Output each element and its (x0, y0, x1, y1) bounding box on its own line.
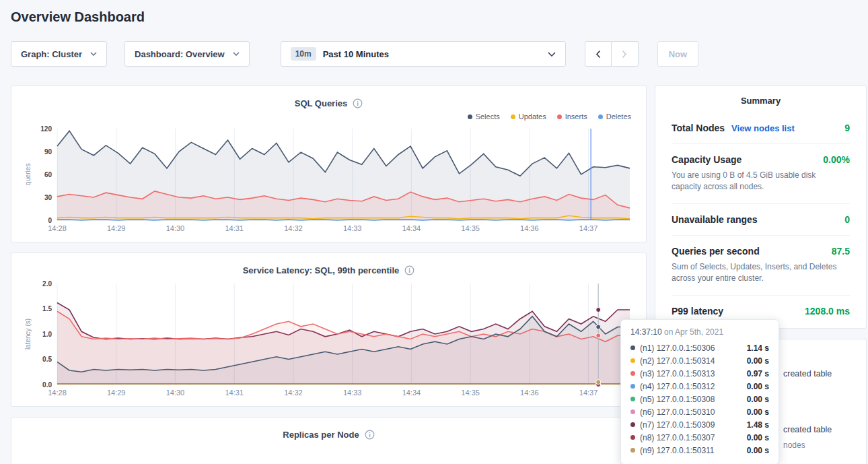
tooltip-node-label: (n1) 127.0.0.1:50306 (640, 343, 715, 353)
legend-item-deletes[interactable]: Deletes (598, 111, 631, 122)
tooltip-node-value: 0.97 s (747, 369, 769, 378)
summary-value: 9 (844, 123, 850, 133)
summary-row: Total NodesView nodes list9 (672, 112, 850, 144)
summary-row: Unavailable ranges0 (672, 204, 850, 236)
service-latency-panel: Service Latency: SQL, 99th percentile i … (11, 253, 647, 407)
time-next-button[interactable] (612, 41, 639, 67)
time-range-label: Past 10 Minutes (323, 49, 541, 59)
time-range-badge: 10m (291, 47, 316, 61)
svg-text:14:30: 14:30 (166, 224, 185, 232)
series-dot (630, 358, 635, 363)
legend-item-selects[interactable]: Selects (468, 111, 500, 122)
series-dot (630, 448, 635, 453)
tooltip-row: (n3) 127.0.0.1:503130.97 s (630, 367, 769, 380)
svg-text:2.0: 2.0 (42, 280, 52, 288)
svg-text:0: 0 (48, 217, 52, 224)
legend-label: Deletes (606, 112, 631, 121)
tooltip-node-value: 0.00 s (747, 382, 769, 391)
summary-label: P99 latency (672, 306, 723, 317)
legend-dot (598, 114, 603, 119)
svg-text:14:35: 14:35 (461, 224, 480, 232)
graph-selector-dropdown[interactable]: Graph: Cluster (11, 41, 107, 67)
tooltip-node-value: 0.00 s (747, 356, 769, 366)
legend-dot (511, 114, 515, 119)
svg-text:14:32: 14:32 (284, 224, 303, 232)
tooltip-node-label: (n3) 127.0.0.1:50313 (640, 369, 715, 378)
view-nodes-link[interactable]: View nodes list (731, 123, 795, 133)
info-icon[interactable]: i (365, 430, 375, 440)
series-dot (630, 345, 635, 350)
tooltip-row: (n2) 127.0.0.1:503140.00 s (630, 354, 769, 367)
svg-text:14:28: 14:28 (48, 389, 67, 397)
page: Overview Dashboard Graph: Cluster Dashbo… (0, 0, 868, 464)
series-dot (630, 384, 635, 389)
summary-label: Capacity Usage (672, 154, 742, 165)
summary-label: Queries per second (672, 246, 760, 257)
svg-text:i: i (409, 267, 411, 274)
graph-selector-label: Graph: Cluster (21, 49, 82, 59)
chart-hover-tooltip: 14:37:10 on Apr 5th, 2021 (n1) 127.0.0.1… (620, 319, 779, 464)
time-nav-group (585, 41, 639, 67)
tooltip-row: (n7) 127.0.0.1:503091.48 s (630, 418, 769, 431)
svg-text:1.5: 1.5 (42, 305, 52, 312)
svg-text:i: i (357, 100, 359, 107)
tooltip-row: (n4) 127.0.0.1:503120.00 s (630, 380, 769, 393)
page-title: Overview Dashboard (11, 9, 867, 25)
legend-label: Updates (519, 112, 546, 121)
svg-text:1.0: 1.0 (42, 331, 52, 338)
legend-label: Selects (476, 112, 500, 121)
svg-text:14:31: 14:31 (225, 224, 244, 232)
tooltip-node-label: (n8) 127.0.0.1:50307 (640, 433, 715, 442)
replicas-header: Replicas per Node i (22, 426, 635, 442)
svg-text:14:35: 14:35 (461, 389, 480, 397)
summary-panel: Summary Total NodesView nodes list9Capac… (655, 86, 867, 329)
service-latency-header: Service Latency: SQL, 99th percentile i (22, 261, 635, 278)
legend-item-inserts[interactable]: Inserts (557, 111, 587, 122)
tooltip-node-value: 1.48 s (747, 420, 769, 430)
series-dot (630, 409, 635, 414)
summary-row: Queries per second87.5Sum of Selects, Up… (672, 236, 850, 296)
svg-text:i: i (369, 432, 371, 438)
svg-text:14:29: 14:29 (107, 224, 126, 232)
legend-item-updates[interactable]: Updates (511, 111, 546, 122)
svg-text:latency (s): latency (s) (24, 319, 32, 350)
event-item[interactable]: created table (783, 425, 832, 434)
tooltip-node-label: (n7) 127.0.0.1:50309 (640, 420, 715, 430)
dashboard-selector-dropdown[interactable]: Dashboard: Overview (124, 41, 250, 67)
svg-text:0.0: 0.0 (42, 381, 52, 389)
tooltip-header: 14:37:10 on Apr 5th, 2021 (630, 327, 769, 337)
info-icon[interactable]: i (353, 98, 363, 108)
now-button[interactable]: Now (657, 41, 698, 67)
summary-value: 0.00% (823, 154, 850, 165)
event-item[interactable]: nodes (783, 440, 805, 450)
sql-queries-chart[interactable]: 14:2814:2914:3014:3114:3214:3314:3414:35… (22, 123, 635, 236)
toolbar: Graph: Cluster Dashboard: Overview 10m P… (11, 41, 867, 67)
svg-text:14:36: 14:36 (520, 389, 539, 397)
svg-text:14:33: 14:33 (343, 389, 362, 397)
svg-text:60: 60 (44, 171, 52, 178)
tooltip-node-label: (n6) 127.0.0.1:50310 (640, 407, 715, 417)
info-icon[interactable]: i (404, 265, 414, 275)
tooltip-node-value: 1.14 s (747, 343, 769, 353)
svg-text:14:33: 14:33 (343, 224, 362, 232)
event-item[interactable]: created table (783, 369, 832, 378)
svg-text:14:34: 14:34 (402, 224, 421, 232)
tooltip-row: (n5) 127.0.0.1:503080.00 s (630, 393, 769, 405)
legend-label: Inserts (565, 112, 587, 121)
sql-queries-title: SQL Queries (295, 98, 348, 108)
charts-column: SQL Queries i SelectsUpdatesInsertsDelet… (11, 86, 647, 464)
chevron-down-icon (90, 52, 97, 56)
tooltip-row: (n8) 127.0.0.1:503070.00 s (630, 431, 769, 444)
time-prev-button[interactable] (585, 41, 612, 67)
svg-text:queries: queries (24, 164, 32, 186)
tooltip-time: 14:37:10 (630, 327, 662, 337)
time-range-picker[interactable]: 10m Past 10 Minutes (281, 41, 566, 67)
service-latency-chart[interactable]: 14:2814:2914:3014:3114:3214:3314:3414:35… (22, 278, 635, 401)
svg-text:14:29: 14:29 (107, 389, 126, 397)
svg-text:14:28: 14:28 (48, 224, 67, 232)
summary-label: Total Nodes (672, 123, 725, 133)
legend-dot (557, 114, 562, 119)
chevron-left-icon (595, 50, 601, 59)
chevron-down-icon (548, 52, 556, 57)
svg-text:14:30: 14:30 (166, 389, 185, 397)
